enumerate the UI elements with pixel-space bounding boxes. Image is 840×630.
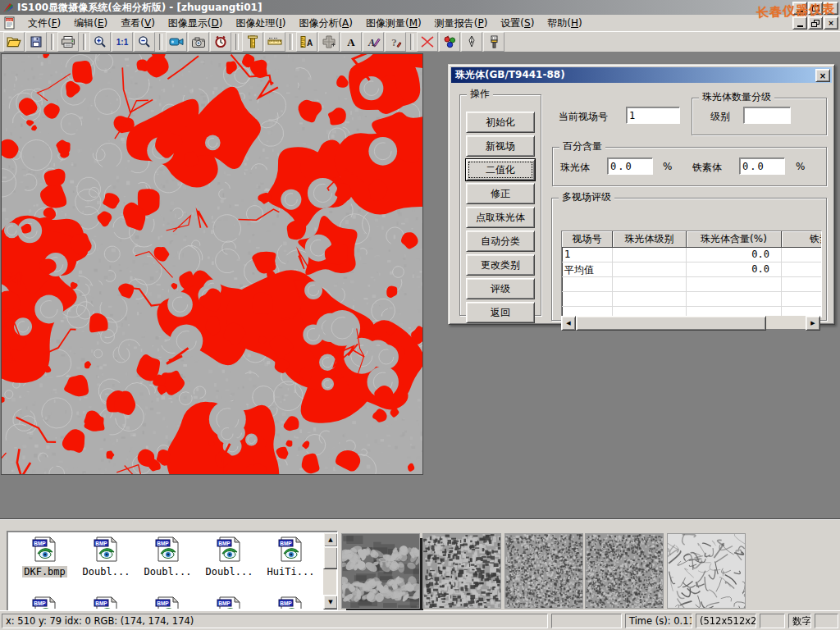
table-cell <box>562 292 613 306</box>
font-a-icon[interactable]: A <box>340 32 362 52</box>
table-header-cell[interactable]: 铁素体含量(%) <box>782 231 822 248</box>
mdi-close-button[interactable]: × <box>824 16 838 30</box>
bmp-file-icon: BMP <box>31 554 58 565</box>
file-item[interactable]: BMP <box>199 596 260 609</box>
video-camera-icon[interactable] <box>166 32 187 52</box>
dialog-close-icon[interactable]: × <box>815 69 830 82</box>
thumbnail-2[interactable] <box>423 534 500 608</box>
menu-item-9[interactable]: 帮助(H) <box>541 15 588 32</box>
pen-icon[interactable] <box>461 32 482 52</box>
table-cell: 0.0 <box>687 262 782 276</box>
table-header-cell[interactable]: 视场号 <box>562 231 613 248</box>
scroll-up-icon[interactable]: ▲ <box>323 532 338 547</box>
actual-size-icon[interactable]: 1:1 <box>112 32 133 52</box>
annotate-a-icon[interactable]: A <box>363 32 384 52</box>
thumbnail-5[interactable] <box>668 534 745 608</box>
menu-item-6[interactable]: 图像测量(M) <box>359 15 428 32</box>
thumbnail-4[interactable] <box>586 534 663 608</box>
pearlite-percent-label: 珠光体 <box>560 161 590 175</box>
table-row[interactable]: 10.0 <box>562 248 821 262</box>
hscroll-thumb[interactable] <box>576 316 766 331</box>
file-vscrollbar[interactable]: ▲ ▼ <box>323 532 336 609</box>
window-title: IS100显微摄像系统(金相分析版) - [zhuguangti01] <box>17 1 262 15</box>
delete-curves-icon[interactable] <box>417 32 438 52</box>
menu-item-4[interactable]: 图像处理(I) <box>229 15 292 32</box>
pearlite-percent-input[interactable] <box>607 158 653 175</box>
thumbnail-1[interactable] <box>342 534 419 608</box>
table-header-cell[interactable]: 珠光体级别 <box>613 231 687 248</box>
file-item[interactable]: BMP <box>75 596 137 609</box>
multifield-table[interactable]: 视场号珠光体级别珠光体含量(%)铁素体含量(%) 10.0平均值0.0 <box>561 231 822 317</box>
zoom-out-icon[interactable] <box>134 32 155 52</box>
dialog-button-4[interactable]: 点取珠光体 <box>466 207 535 228</box>
file-item[interactable]: BMPDKF.bmp <box>14 536 75 578</box>
menu-item-3[interactable]: 图像显示(D) <box>162 15 230 32</box>
cursor-info-panel: x: 510 y: 79 idx: 0 RGB: (174, 174, 174) <box>2 614 548 628</box>
file-item[interactable]: BMP <box>14 596 75 609</box>
operations-group-label: 操作 <box>467 88 493 99</box>
dialog-button-3[interactable]: 修正 <box>466 183 535 204</box>
scroll-left-icon[interactable]: ◀ <box>561 316 576 331</box>
caliper-vertical-icon[interactable] <box>242 32 263 52</box>
mdi-restore-button[interactable] <box>808 16 823 30</box>
file-item[interactable]: BMPDoubl... <box>75 536 137 578</box>
table-cell: 平均值 <box>562 262 613 276</box>
ferrite-percent-input[interactable] <box>739 158 785 175</box>
grading-group-label: 珠光体数量分级 <box>699 91 774 103</box>
menu-item-0[interactable]: 文件(F) <box>21 15 67 32</box>
dialog-button-2[interactable]: 二值化 <box>466 159 535 180</box>
svg-text:DOC: DOC <box>7 19 13 22</box>
phase-particles-icon[interactable] <box>439 32 460 52</box>
dialog-button-1[interactable]: 新视场 <box>466 135 535 157</box>
file-item[interactable]: BMPDoubl... <box>137 536 199 578</box>
file-item[interactable]: BMPHuiTi... <box>260 536 322 578</box>
save-icon[interactable] <box>25 32 47 52</box>
measure-text-icon[interactable]: A <box>296 32 317 52</box>
table-header-cell[interactable]: 珠光体含量(%) <box>687 231 782 248</box>
file-name: DKF.bmp <box>22 566 67 578</box>
dialog-button-8[interactable]: 返回 <box>466 302 535 323</box>
grid-cross-icon[interactable] <box>318 32 340 52</box>
dialog-button-5[interactable]: 自动分类 <box>466 231 535 252</box>
scroll-down-icon[interactable]: ▼ <box>323 595 338 609</box>
zoom-in-icon[interactable] <box>89 32 111 52</box>
open-folder-icon[interactable] <box>3 32 25 52</box>
file-item[interactable]: BMP <box>260 596 322 609</box>
application-window: IS100显微摄像系统(金相分析版) - [zhuguangti01] × 长春… <box>0 0 840 630</box>
dialog-titlebar[interactable]: 珠光体(GB/T9441-88) × <box>451 67 832 83</box>
toolbar-separator <box>51 34 54 50</box>
print-icon[interactable] <box>57 32 79 52</box>
bmp-file-icon: BMP <box>277 554 304 565</box>
toolbar-separator <box>410 34 413 50</box>
brush-icon[interactable] <box>483 32 504 52</box>
metallographic-image[interactable] <box>2 54 422 474</box>
ruler-horizontal-icon[interactable] <box>264 32 285 52</box>
menu-item-5[interactable]: 图像分析(A) <box>292 15 359 32</box>
thumbnail-3[interactable] <box>505 534 582 608</box>
svg-text:A: A <box>347 36 355 48</box>
current-field-input[interactable] <box>626 107 680 124</box>
file-item[interactable]: BMP <box>137 596 199 609</box>
multifield-group-label: 多视场评级 <box>559 191 614 203</box>
table-row[interactable]: 平均值0.0 <box>562 262 821 277</box>
help-edit-icon[interactable]: ? <box>385 32 406 52</box>
menu-item-1[interactable]: 编辑(E) <box>67 15 114 32</box>
vscroll-thumb[interactable] <box>323 546 338 569</box>
grade-level-input[interactable] <box>743 107 791 124</box>
table-hscrollbar[interactable]: ◀ ▶ <box>561 316 820 329</box>
dialog-button-0[interactable]: 初始化 <box>466 112 535 133</box>
table-row[interactable] <box>562 277 821 292</box>
camera-icon[interactable] <box>188 32 209 52</box>
dialog-button-7[interactable]: 评级 <box>466 278 535 299</box>
file-item[interactable]: BMPDoubl... <box>199 536 260 578</box>
menu-item-7[interactable]: 测量报告(P) <box>428 15 495 32</box>
document-icon[interactable]: DOC <box>3 16 16 30</box>
menu-item-8[interactable]: 设置(S) <box>494 15 541 32</box>
menu-item-2[interactable]: 查看(V) <box>114 15 162 32</box>
table-row[interactable] <box>562 292 821 307</box>
ferrite-percent-unit: % <box>796 161 805 172</box>
timer-clock-icon[interactable] <box>210 32 231 52</box>
scroll-right-icon[interactable]: ▶ <box>806 316 820 331</box>
empty-panel <box>760 614 785 628</box>
dialog-button-6[interactable]: 更改类别 <box>466 254 535 276</box>
